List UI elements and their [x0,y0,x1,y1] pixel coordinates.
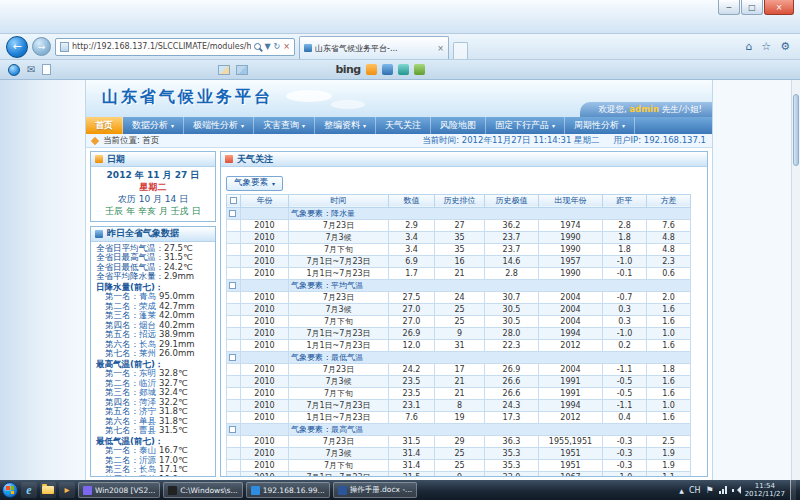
station-link[interactable]: 招远 [139,329,156,339]
table-cell: 9 [435,327,485,339]
search-icon[interactable] [254,43,261,50]
maximize-button[interactable]: □ [741,0,763,15]
chevron-down-icon: ▾ [363,122,366,129]
tools-button[interactable]: ⚙ [780,40,790,53]
refresh-icon[interactable]: ↻ [274,42,281,51]
station-link[interactable]: 青岛 [139,291,156,301]
mail-icon[interactable]: ✉ [27,64,35,75]
nav-item[interactable]: 首页 [86,117,123,134]
network-icon[interactable] [719,486,727,494]
media-player-button[interactable]: ▸ [59,482,75,498]
station-link[interactable]: 莱州 [139,348,156,358]
station-link[interactable]: 烟台 [139,320,156,330]
toolbar-icon[interactable] [398,64,409,75]
station-link[interactable]: 单县 [139,416,156,426]
taskbar-button[interactable]: 操作手册.docx -... [333,482,418,498]
new-tab-button[interactable] [453,42,468,59]
nav-item[interactable]: 天气关注 [376,117,431,134]
toolbar-icon[interactable] [236,65,248,75]
clock[interactable]: 11:54 2012/11/27 [745,482,785,499]
minimize-button[interactable]: ─ [718,0,740,15]
taskbar-button[interactable]: Win2008 [VS2... [78,482,160,498]
folder-icon [42,486,54,494]
nav-item[interactable]: 极端性分析▾ [184,117,254,134]
date-panel-body: 2012 年 11 月 27 日 星期二 农历 10 月 14 日 壬辰 年 辛… [91,167,215,221]
explorer-folder-button[interactable] [40,482,56,498]
rank-label: 第三名： [105,464,139,474]
cloud-graphic [331,100,365,109]
station-link[interactable]: 泰山 [139,445,156,455]
nav-item[interactable]: 固定下行产品▾ [486,117,565,134]
checkbox-icon[interactable] [229,210,236,217]
checkbox-icon[interactable] [229,426,236,433]
toolbar-icon[interactable] [382,64,393,75]
station-link[interactable]: 蓬莱 [139,310,156,320]
nav-item[interactable]: 风险地图 [431,117,486,134]
station-link[interactable]: 济宁 [139,406,156,416]
station-link[interactable]: 临沂 [139,378,156,388]
table-row: 20101月1日~7月23日1.7212.81990-0.10.6 [227,267,691,279]
toolbar-icon[interactable] [366,64,377,75]
home-button[interactable]: ⌂ [745,40,752,53]
show-desktop-button[interactable] [790,480,796,500]
taskbar-button[interactable]: C:\Windows\s... [163,482,242,498]
taskbar-button[interactable]: 192.168.16.99... [246,482,330,498]
scrollbar-thumb[interactable] [793,94,799,166]
nav-item[interactable]: 周期性分析▾ [565,117,635,134]
station-link[interactable]: 曹县 [139,425,156,435]
table-cell: 19 [435,411,485,423]
volume-icon[interactable] [732,486,740,494]
page-icon[interactable] [42,64,51,75]
main-panel-header: 天气关注 [221,152,707,167]
table-cell: 31.5 [389,471,435,476]
element-filter-button[interactable]: 气象要素 ▾ [226,176,283,191]
stat-label: 全省平均降水量： [96,271,164,281]
station-link[interactable]: 郯城 [139,387,156,397]
back-button[interactable]: ← [6,36,28,58]
nav-item[interactable]: 整编资料▾ [315,117,376,134]
station-link[interactable]: 长岛 [139,339,156,349]
checkbox-icon[interactable] [230,197,237,204]
station-link[interactable]: 沂源 [139,455,156,465]
vertical-scrollbar[interactable] [791,80,800,480]
station-link[interactable]: 长岛 [139,464,156,474]
internet-explorer-icon[interactable]: e [21,482,37,498]
nav-item[interactable]: 灾害查询▾ [254,117,315,134]
welcome-text: 欢迎您, [598,104,629,114]
nav-item[interactable]: 数据分析▾ [123,117,184,134]
language-indicator[interactable]: CH [689,486,701,495]
bing-logo[interactable]: bing [335,63,360,76]
messenger-icon[interactable] [8,64,20,76]
rank-value: 32.7℃ [159,378,187,388]
stop-icon[interactable]: × [283,42,290,51]
address-bar[interactable]: http://192.168.137.1/SLCCLIMATE/modules/… [55,38,295,56]
table-cell: 12.0 [389,339,435,351]
table-cell: 2010 [241,387,289,399]
close-button[interactable]: × [764,0,794,15]
chevron-down-icon[interactable]: ▼ [264,42,270,51]
station-link[interactable]: 菏泽 [139,397,156,407]
toolbar-icon[interactable] [218,65,230,75]
group-title: 气象要素：最低气温 [289,351,691,363]
forward-button[interactable]: → [32,37,51,56]
table-cell: 1.0 [647,327,691,339]
favorites-button[interactable]: ☆ [761,40,771,53]
action-center-icon[interactable]: ⚑ [706,485,714,495]
table-cell: 2.9 [389,219,435,231]
station-link[interactable]: 东明 [139,368,156,378]
browser-tab[interactable]: 山东省气候业务平台-... × [299,36,449,59]
start-button[interactable] [2,482,18,498]
table-cell: 31.5 [389,435,435,447]
table-cell: 21 [435,375,485,387]
checkbox-icon[interactable] [229,354,236,361]
toolbar-icon[interactable] [414,64,425,75]
station-link[interactable]: 蓬莱 [139,474,156,476]
table-cell: 25 [435,315,485,327]
nav-item-label: 风险地图 [440,119,476,132]
checkbox-icon[interactable] [229,282,236,289]
table-cell: 4.8 [647,243,691,255]
tab-close-icon[interactable]: × [437,44,444,53]
station-link[interactable]: 荣成 [139,301,156,311]
table-cell: -0.5 [603,387,647,399]
tray-expand-icon[interactable]: ▲ [679,487,684,494]
